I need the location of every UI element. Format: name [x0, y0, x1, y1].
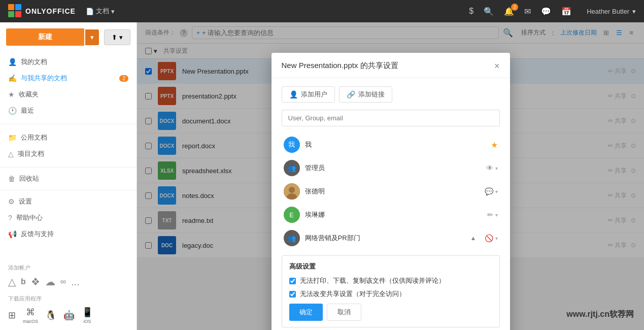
search-icon[interactable]: 🔍: [484, 7, 494, 16]
android-icon: 🤖: [63, 310, 75, 321]
avatar-dept-text: 👥: [288, 235, 296, 242]
sidebar: 新建 ▾ ⬆ ▾ 👤 我的文档 ✍ 与我共享的文档 2 ★ 收藏夹 🕐: [0, 22, 137, 330]
share-settings-dialog: New Presentation.pptx 的共享设置 × 👤 添加用户 🔗: [272, 53, 510, 330]
mail-icon[interactable]: ✉: [524, 7, 531, 16]
checkbox-no-share-label: 无法改变共享设置（对于完全访问）: [300, 289, 405, 299]
sidebar-sub-section: 📁 公用文档 △ 项目文档: [0, 127, 137, 164]
shared-badge: 2: [119, 75, 128, 82]
app-icon-mac[interactable]: ⌘ macOS: [23, 307, 38, 324]
doc-arrow-icon: ▾: [111, 8, 115, 15]
shared-icon: ✍: [8, 74, 17, 82]
svg-rect-2: [8, 11, 14, 17]
share-perm-dept[interactable]: 🚫 ▾: [485, 234, 498, 242]
sidebar-item-my-docs[interactable]: 👤 我的文档: [0, 54, 137, 70]
logo[interactable]: ONLYOFFICE: [8, 4, 76, 18]
eye-icon: 👁: [486, 164, 493, 172]
navbar: ONLYOFFICE 📄 文档 ▾ $ 🔍 🔔 2 ✉ 💬 📅 Heather …: [0, 0, 644, 22]
cloud-icon-dropbox[interactable]: ❖: [31, 276, 40, 288]
share-name-dept: 网络营销及PR部门: [305, 234, 465, 243]
notification-badge: 2: [511, 4, 518, 11]
share-perm-elena[interactable]: ✏ ▾: [487, 211, 498, 219]
user-group-email-input[interactable]: [282, 110, 500, 126]
share-row-me: 我 我 ★: [282, 134, 500, 156]
sidebar-item-public-docs[interactable]: 📁 公用文档: [0, 129, 137, 146]
chat-icon[interactable]: 💬: [541, 7, 551, 16]
sidebar-item-settings[interactable]: ⚙ 设置: [0, 193, 137, 210]
share-row-elena: E 埃琳娜 ✏ ▾: [282, 204, 500, 226]
recent-icon: 🕐: [8, 107, 17, 115]
sidebar-item-label-public: 公用文档: [21, 133, 47, 142]
app-icon-android[interactable]: 🤖: [63, 310, 75, 321]
calendar-icon[interactable]: 📅: [561, 7, 571, 16]
checkbox-row-2: 无法改变共享设置（对于完全访问）: [289, 289, 492, 299]
avatar-me: 我: [284, 137, 300, 153]
sidebar-item-feedback[interactable]: 📢 反馈与支持: [0, 226, 137, 242]
sidebar-item-shared[interactable]: ✍ 与我共享的文档 2: [0, 70, 137, 86]
add-user-icon: 👤: [289, 90, 298, 98]
new-btn-group: 新建 ▾ ⬆ ▾: [6, 28, 130, 46]
dept-expand-icon[interactable]: ▲: [470, 235, 477, 242]
cloud-icon-box[interactable]: b: [21, 277, 26, 286]
app-icon-windows[interactable]: ⊞: [8, 310, 16, 321]
doc-label: 文档: [96, 7, 109, 16]
share-name-zhang: 张德明: [305, 187, 480, 196]
tab-add-link[interactable]: 🔗 添加链接: [339, 86, 392, 103]
checkbox-row-1: 无法打印、下载、复制该文件（仅供阅读并评论）: [289, 276, 492, 285]
user-arrow-icon: ▾: [632, 8, 636, 15]
cloud-icon-onedrive[interactable]: ☁: [45, 276, 55, 288]
help-icon: ?: [8, 214, 12, 222]
sidebar-item-trash[interactable]: 🗑 回收站: [0, 171, 137, 187]
my-docs-icon: 👤: [8, 58, 17, 66]
sidebar-item-favorites[interactable]: ★ 收藏夹: [0, 86, 137, 103]
upload-icon: ⬆: [112, 34, 117, 41]
navbar-icons: $ 🔍 🔔 2 ✉ 💬 📅 Heather Butler ▾: [469, 7, 636, 16]
dollar-icon[interactable]: $: [469, 7, 473, 16]
app-icon-ios[interactable]: 📱 iOS: [82, 307, 93, 324]
share-row-admin: 👥 管理员 👁 ▾: [282, 157, 500, 179]
cloud-icon-nextcloud[interactable]: ∞: [60, 277, 66, 286]
ios-icon: 📱: [82, 307, 93, 318]
svg-rect-3: [15, 11, 21, 17]
edit-icon: ✏: [487, 211, 493, 219]
deny-icon: 🚫: [485, 234, 493, 242]
sidebar-item-project-docs[interactable]: △ 项目文档: [0, 146, 137, 162]
add-link-icon: 🔗: [347, 90, 355, 98]
cloud-icon-more[interactable]: ...: [71, 276, 80, 288]
confirm-button[interactable]: 确定: [289, 304, 323, 321]
perm-arrow-icon: ▾: [495, 166, 498, 171]
sidebar-bottom: 添加帐户 △ b ❖ ☁ ∞ ... 下载应用程序 ⊞ ⌘ macOS 🐧: [0, 258, 137, 330]
tab-add-user[interactable]: 👤 添加用户: [282, 86, 335, 103]
new-button[interactable]: 新建: [6, 28, 84, 46]
advanced-settings-title: 高级设置: [289, 262, 492, 271]
app-icon-linux[interactable]: 🐧: [45, 310, 56, 321]
public-docs-icon: 📁: [8, 134, 17, 142]
svg-rect-1: [15, 4, 21, 10]
sidebar-item-recent[interactable]: 🕐 最近: [0, 103, 137, 119]
windows-icon: ⊞: [8, 310, 16, 321]
perm-arrow-icon-4: ▾: [495, 236, 498, 241]
share-perm-me[interactable]: ★: [491, 140, 498, 150]
sidebar-item-help[interactable]: ? 帮助中心: [0, 210, 137, 226]
avatar-me-text: 我: [288, 140, 295, 149]
cloud-icon-drive[interactable]: △: [8, 276, 16, 288]
new-button-arrow[interactable]: ▾: [85, 29, 99, 45]
sidebar-divider-1: [0, 124, 137, 124]
linux-icon: 🐧: [45, 310, 56, 321]
share-perm-admin[interactable]: 👁 ▾: [486, 164, 498, 172]
mac-label: macOS: [23, 319, 38, 324]
notification-icon[interactable]: 🔔 2: [504, 7, 514, 16]
checkbox-no-print[interactable]: [289, 278, 296, 284]
share-perm-zhang[interactable]: 💬 ▾: [485, 187, 498, 195]
user-menu[interactable]: Heather Butler ▾: [587, 8, 636, 15]
dialog-overlay[interactable]: New Presentation.pptx 的共享设置 × 👤 添加用户 🔗: [137, 22, 644, 330]
sidebar-item-label-project: 项目文档: [18, 149, 44, 158]
svg-point-5: [289, 187, 295, 193]
cloud-icons: △ b ❖ ☁ ∞ ...: [8, 276, 128, 288]
checkbox-no-share[interactable]: [289, 291, 296, 298]
dialog-close-button[interactable]: ×: [494, 61, 500, 71]
cancel-inner-button[interactable]: 取消: [327, 304, 361, 321]
logo-text: ONLYOFFICE: [25, 7, 76, 15]
nav-doc-section[interactable]: 📄 文档 ▾: [86, 7, 115, 16]
upload-button[interactable]: ⬆ ▾: [104, 29, 130, 45]
sidebar-main-section: 👤 我的文档 ✍ 与我共享的文档 2 ★ 收藏夹 🕐 最近: [0, 52, 137, 121]
